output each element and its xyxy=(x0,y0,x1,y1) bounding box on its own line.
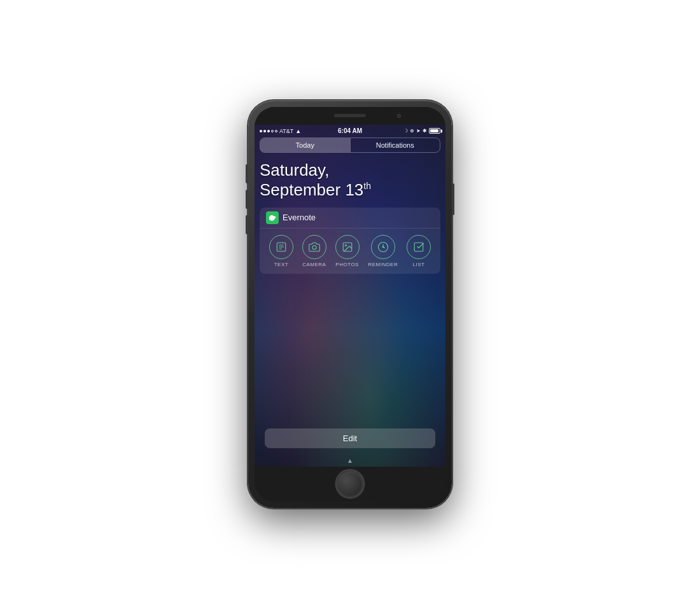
date-display: Saturday, September 13th xyxy=(260,160,440,200)
evernote-camera-btn[interactable]: CAMERA xyxy=(302,235,326,267)
moon-icon: ☽ xyxy=(403,128,408,134)
evernote-header: Evernote xyxy=(260,208,440,229)
edit-section: Edit xyxy=(260,426,440,451)
phone-inner: AT&T ▲ 6:04 AM ☽ ⊕ ➤ ✱ Today Noti xyxy=(255,107,445,502)
date-suffix: th xyxy=(363,181,371,191)
bluetooth-icon: ✱ xyxy=(423,128,427,134)
tab-notifications[interactable]: Notifications xyxy=(351,138,440,152)
signal-dot-4 xyxy=(271,130,274,132)
evernote-app-name: Evernote xyxy=(283,213,316,222)
location-icon: ➤ xyxy=(416,128,421,134)
photos-btn-label: PHOTOS xyxy=(335,262,359,267)
svg-point-6 xyxy=(345,244,346,246)
nc-tabs: Today Notifications xyxy=(260,138,440,153)
status-right: ☽ ⊕ ➤ ✱ xyxy=(403,128,440,134)
status-time: 6:04 AM xyxy=(338,127,362,134)
signal-dot-1 xyxy=(260,130,262,132)
signal-dot-5 xyxy=(275,130,277,132)
nc-content: Saturday, September 13th Evernote xyxy=(255,155,445,453)
text-icon-circle xyxy=(269,235,293,259)
phone-top-bar xyxy=(255,107,445,125)
battery-icon xyxy=(429,128,440,134)
date-line1: Saturday, xyxy=(260,160,329,180)
wifi-icon: ▲ xyxy=(295,128,301,134)
phone-bottom-bar xyxy=(255,467,445,502)
evernote-actions: TEXT CAMERA xyxy=(260,229,440,274)
phone-screen: AT&T ▲ 6:04 AM ☽ ⊕ ➤ ✱ Today Noti xyxy=(255,125,445,467)
signal-strength xyxy=(260,130,277,132)
nc-handle: ▲ xyxy=(255,453,445,467)
reminder-icon-circle xyxy=(371,235,395,259)
camera-btn-label: CAMERA xyxy=(302,262,326,267)
circle-icon: ⊕ xyxy=(410,128,414,134)
camera-icon-circle xyxy=(302,235,326,259)
signal-dot-2 xyxy=(263,130,266,132)
battery-fill xyxy=(430,129,438,132)
list-icon-circle xyxy=(407,235,431,259)
reminder-btn-label: REMINDER xyxy=(368,262,398,267)
carrier-label: AT&T xyxy=(279,128,293,134)
evernote-text-btn[interactable]: TEXT xyxy=(269,235,293,267)
evernote-logo xyxy=(266,211,279,224)
svg-point-4 xyxy=(312,246,316,250)
evernote-photos-btn[interactable]: PHOTOS xyxy=(335,235,360,267)
status-left: AT&T ▲ xyxy=(260,128,301,134)
list-btn-label: LIST xyxy=(413,262,425,267)
home-button[interactable] xyxy=(337,470,363,497)
signal-dot-3 xyxy=(267,130,270,132)
photos-icon-circle xyxy=(335,235,360,259)
evernote-reminder-btn[interactable]: REMINDER xyxy=(368,235,398,267)
date-line2: September 13 xyxy=(260,180,363,199)
front-camera xyxy=(397,114,401,118)
svg-rect-9 xyxy=(414,243,423,251)
status-bar: AT&T ▲ 6:04 AM ☽ ⊕ ➤ ✱ xyxy=(255,125,445,138)
evernote-list-btn[interactable]: LIST xyxy=(407,235,431,267)
handle-arrow-icon: ▲ xyxy=(347,457,353,464)
phone-device: AT&T ▲ 6:04 AM ☽ ⊕ ➤ ✱ Today Noti xyxy=(248,101,452,508)
edit-button[interactable]: Edit xyxy=(265,428,435,448)
phone-speaker xyxy=(334,114,366,117)
tab-today[interactable]: Today xyxy=(260,138,350,152)
evernote-widget: Evernote xyxy=(260,208,440,274)
svg-point-8 xyxy=(382,246,384,248)
text-btn-label: TEXT xyxy=(274,262,288,267)
